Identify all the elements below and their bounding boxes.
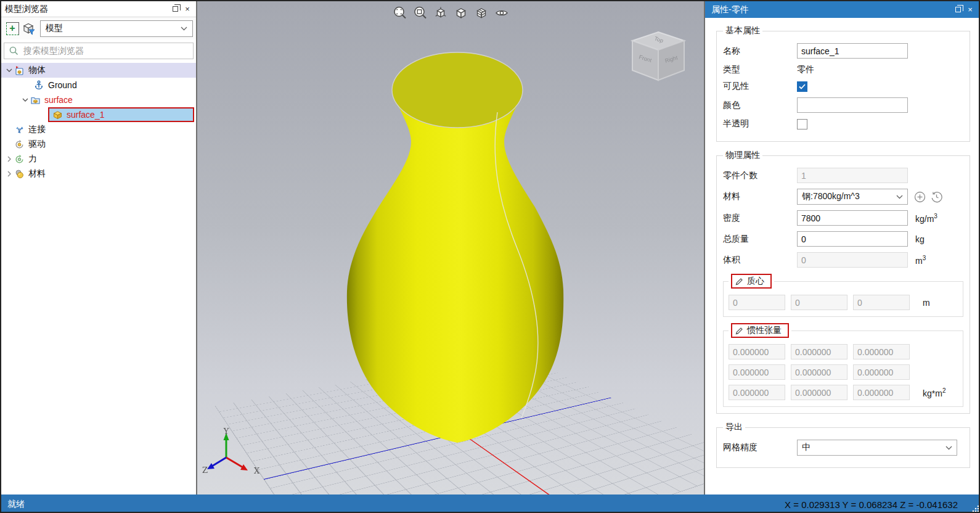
density-input[interactable] xyxy=(797,210,908,226)
color-label: 颜色 xyxy=(723,100,797,111)
inertia-zx-input xyxy=(729,385,785,400)
shaded-view-icon xyxy=(454,6,468,20)
model-filter-button[interactable] xyxy=(20,20,36,36)
anchor-icon xyxy=(33,80,44,91)
chevron-right-icon[interactable] xyxy=(5,156,14,162)
inertia-unit: kg*m2 xyxy=(923,387,945,398)
edit-pencil-icon[interactable] xyxy=(735,277,743,285)
material-history-button[interactable] xyxy=(930,191,942,203)
cursor-coordinates: X = 0.029313 Y = 0.068234 Z = -0.041632 xyxy=(785,499,958,510)
float-icon xyxy=(955,7,961,12)
zoom-fit-icon xyxy=(393,6,407,20)
tree-item-drivers[interactable]: 驱动 xyxy=(1,137,196,152)
visibility-checkbox[interactable] xyxy=(797,81,807,92)
part-cube-icon xyxy=(52,109,63,120)
resize-grip[interactable] xyxy=(971,504,979,512)
centroid-z-input xyxy=(853,295,910,310)
zoom-window-button[interactable] xyxy=(412,5,428,21)
chevron-down-icon[interactable] xyxy=(5,68,14,73)
mesh-precision-value: 中 xyxy=(802,442,945,453)
properties-header: 属性-零件 × xyxy=(705,1,980,18)
inertia-yz-input xyxy=(853,364,910,380)
tree-item-ground[interactable]: Ground xyxy=(1,78,196,92)
tree-item-label: 连接 xyxy=(28,124,46,135)
physical-properties-legend: 物理属性 xyxy=(723,150,762,161)
close-panel-button[interactable]: × xyxy=(965,5,975,15)
inertia-legend-box: 惯性张量 xyxy=(729,323,791,338)
centroid-unit: m xyxy=(923,298,930,308)
centroid-y-input xyxy=(791,295,847,310)
search-placeholder: 搜索模型浏览器 xyxy=(23,46,84,57)
chevron-down-icon[interactable] xyxy=(21,97,30,102)
material-label: 材料 xyxy=(723,191,797,202)
tree-item-surface[interactable]: surface xyxy=(1,92,196,107)
basic-properties-legend: 基本属性 xyxy=(723,25,762,36)
add-model-button[interactable]: + xyxy=(4,20,20,36)
inertia-yx-input xyxy=(729,364,785,380)
float-panel-button[interactable] xyxy=(170,4,180,14)
driver-icon xyxy=(14,139,25,150)
tree-item-materials[interactable]: 材料 xyxy=(1,166,196,181)
inertia-zy-input xyxy=(791,385,847,400)
selected-item-highlight: surface_1 xyxy=(48,107,194,122)
mass-unit: kg xyxy=(915,234,925,244)
type-label: 类型 xyxy=(723,64,797,75)
tree-item-label: 驱动 xyxy=(28,139,46,150)
inertia-legend: 惯性张量 xyxy=(747,325,782,336)
inertia-zz-input xyxy=(853,385,910,400)
3d-viewport[interactable]: Top Front Right Y X Z xyxy=(197,1,704,495)
zoom-window-icon xyxy=(413,6,428,20)
force-icon xyxy=(14,154,25,165)
status-bar: 就绪 X = 0.029313 Y = 0.068234 Z = -0.0416… xyxy=(1,495,980,513)
eye-icon xyxy=(494,6,509,20)
part-count-label: 零件个数 xyxy=(723,170,797,181)
tree-item-label: surface xyxy=(44,95,73,105)
color-input[interactable] xyxy=(797,97,908,113)
mesh-precision-label: 网格精度 xyxy=(723,442,797,453)
name-label: 名称 xyxy=(723,46,797,57)
float-panel-button[interactable] xyxy=(953,5,963,15)
zoom-fit-button[interactable] xyxy=(392,5,408,21)
section-view-icon xyxy=(474,6,489,20)
mesh-precision-dropdown[interactable]: 中 xyxy=(797,440,957,456)
tree-item-surface-1[interactable]: surface_1 xyxy=(1,107,196,122)
eye-button[interactable] xyxy=(494,5,510,21)
status-ready-text: 就绪 xyxy=(7,499,785,510)
part-count-input xyxy=(797,168,908,183)
material-dropdown[interactable]: 钢:7800kg/m^3 xyxy=(797,189,908,205)
tree-item-objects[interactable]: 物体 xyxy=(1,63,196,78)
shaded-view-button[interactable] xyxy=(453,5,469,21)
tree-item-label: Ground xyxy=(48,80,77,90)
name-input[interactable] xyxy=(797,43,908,59)
y-axis-label: Y xyxy=(223,428,229,436)
model-browser-panel: 模型浏览器 × + 模型 搜索模 xyxy=(1,1,197,495)
edit-pencil-icon[interactable] xyxy=(735,327,743,335)
z-axis-label: Z xyxy=(202,466,208,475)
axis-triad: Y X Z xyxy=(202,428,270,486)
close-panel-button[interactable]: × xyxy=(182,4,192,14)
tree-item-joints[interactable]: 连接 xyxy=(1,122,196,137)
model-browser-search[interactable]: 搜索模型浏览器 xyxy=(4,43,194,59)
tree-item-forces[interactable]: 力 xyxy=(1,152,196,166)
section-view-button[interactable] xyxy=(473,5,489,21)
centroid-annotation-box: 质心 xyxy=(731,274,772,289)
physical-properties-group: 物理属性 零件个数 材料 钢:7800kg/m^3 xyxy=(716,150,970,414)
model-browser-header: 模型浏览器 × xyxy=(1,1,196,17)
joint-icon xyxy=(14,124,25,135)
model-selector-dropdown[interactable]: 模型 xyxy=(40,20,193,37)
iso-view-button[interactable] xyxy=(433,5,449,21)
add-material-button[interactable] xyxy=(913,191,926,203)
chevron-down-icon xyxy=(945,446,952,450)
volume-label: 体积 xyxy=(723,255,797,266)
export-legend: 导出 xyxy=(723,422,745,433)
volume-unit: m3 xyxy=(915,255,926,266)
search-icon xyxy=(9,46,18,55)
application-window: 模型浏览器 × + 模型 搜索模 xyxy=(0,0,980,513)
float-icon xyxy=(173,6,178,12)
vase-model[interactable] xyxy=(197,1,704,495)
visibility-label: 可见性 xyxy=(723,81,797,92)
translucent-checkbox[interactable] xyxy=(797,119,807,129)
total-mass-input[interactable] xyxy=(797,231,908,247)
view-cube[interactable]: Top Front Right xyxy=(629,28,688,85)
chevron-right-icon[interactable] xyxy=(5,171,14,177)
